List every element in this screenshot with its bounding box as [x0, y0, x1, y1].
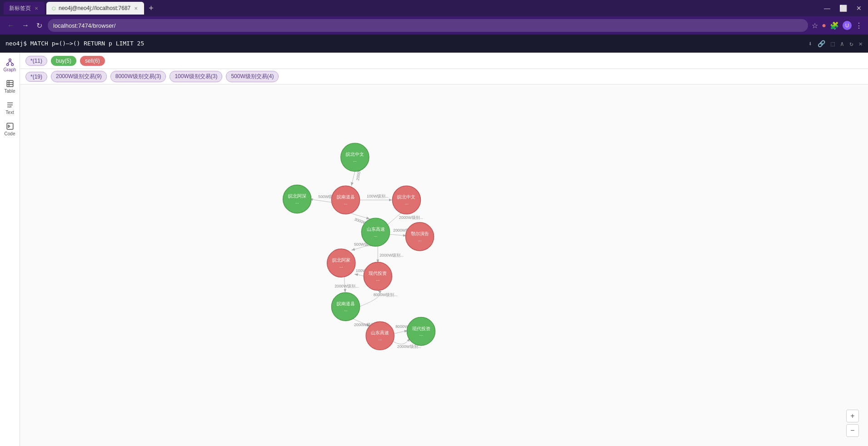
edge-n10-n11a	[394, 331, 408, 334]
sidebar-item-text[interactable]: A Text	[0, 97, 20, 119]
minimize-button[interactable]: —	[821, 4, 833, 13]
collapse-icon[interactable]: ∧	[840, 40, 844, 47]
tag-all-relations[interactable]: *(19)	[25, 72, 47, 82]
zoom-out-button[interactable]: −	[846, 424, 859, 437]
edge-label-n9-n8: 8000W级别...	[374, 292, 398, 297]
edge-label-n2-n4: 100W级别...	[367, 194, 389, 198]
bookmark-icon[interactable]: ☆	[812, 21, 818, 30]
table-icon	[6, 79, 14, 88]
sidebar-code-label: Code	[5, 131, 15, 136]
edge-label-n5-n4: 2000W级别...	[399, 215, 423, 220]
node-label-n6: 鄂尔演告	[411, 231, 429, 236]
node-sublabel-n11: ...	[419, 332, 423, 337]
text-icon: A	[6, 101, 14, 109]
node-sublabel-n5: ...	[374, 233, 377, 238]
main-content: Graph Table A Text	[0, 53, 868, 446]
tab-close-icon[interactable]: ✕	[34, 5, 39, 12]
expand-icon[interactable]: ⬚	[831, 40, 834, 47]
sidebar-item-table[interactable]: Table	[0, 76, 20, 97]
query-text: neo4j$ MATCH p=()—>() RETURN p LIMIT 25	[5, 40, 808, 47]
address-input[interactable]	[48, 19, 808, 32]
tag-sell[interactable]: sell(6)	[80, 56, 105, 66]
node-label-n7: 皖北阿家	[332, 258, 350, 263]
svg-point-1	[6, 64, 9, 66]
edge-n1-n2	[351, 171, 355, 186]
node-sublabel-n7: ...	[339, 263, 343, 268]
tab-new-tab[interactable]: 新标签页 ✕	[4, 2, 45, 15]
svg-rect-5	[7, 80, 13, 87]
close-button[interactable]: ✕	[853, 4, 864, 13]
svg-text:A: A	[10, 105, 12, 108]
node-sublabel-n1: ...	[353, 158, 357, 163]
tag-8000w[interactable]: 8000W级别交易(3)	[110, 71, 166, 82]
node-label-n1: 皖北中文	[346, 152, 364, 157]
tab-bar: 新标签页 ✕ ⬡ neo4j@neo4j;//localhost:7687 ✕ …	[0, 0, 868, 16]
profile-icon[interactable]: U	[843, 21, 852, 30]
new-tab-button[interactable]: +	[146, 4, 156, 13]
forward-button[interactable]: →	[20, 20, 31, 31]
edge-label-n7-n9: 2000W级别...	[334, 284, 359, 288]
graph-svg: 2000W级别... 500W级别... 100W级别... 3000W级别..…	[20, 84, 868, 446]
tab-label: neo4j@neo4j;//localhost:7687	[59, 5, 130, 11]
sidebar: Graph Table A Text	[0, 53, 20, 446]
extensions-icon[interactable]: 🧩	[830, 21, 839, 30]
sidebar-item-code[interactable]: Code	[0, 119, 20, 140]
neo4j-browser: neo4j$ MATCH p=()—>() RETURN p LIMIT 25 …	[0, 35, 868, 446]
node-label-n11: 现代投资	[412, 326, 430, 331]
node-sublabel-n3: ...	[295, 199, 299, 204]
menu-icon[interactable]: ⋮	[855, 21, 863, 30]
address-bar: ← → ↻ ☆ ● 🧩 U ⋮	[0, 16, 868, 35]
tag-all[interactable]: *(11)	[25, 56, 47, 66]
back-button[interactable]: ←	[5, 20, 16, 31]
node-label-n8: 现代投资	[369, 271, 387, 276]
node-label-n9: 皖南道县	[337, 301, 355, 306]
tab-neo4j[interactable]: ⬡ neo4j@neo4j;//localhost:7687 ✕	[46, 2, 144, 15]
graph-area: *(11) buy(5) sell(6) *(19) 2000W级别交易(9) …	[20, 53, 868, 446]
node-sublabel-n4: ...	[404, 200, 408, 205]
node-label-n5: 山东高速	[367, 227, 385, 232]
query-icons: ⬇ 🔗 ⬚ ∧ ↻ ✕	[808, 40, 863, 47]
tag-2000w[interactable]: 2000W级别交易(9)	[51, 71, 107, 82]
sidebar-table-label: Table	[5, 89, 15, 94]
maximize-button[interactable]: ⬜	[837, 4, 850, 13]
node-label-n2: 皖南道县	[337, 194, 355, 199]
tag-500w[interactable]: 500W级别交易(4)	[226, 71, 279, 82]
svg-point-2	[11, 64, 14, 66]
close-result-icon[interactable]: ✕	[859, 40, 863, 47]
filter-bar-row1: *(11) buy(5) sell(6)	[20, 53, 868, 69]
node-sublabel-n2: ...	[344, 200, 347, 205]
tab-close-neo4j-icon[interactable]: ✕	[133, 5, 139, 12]
refresh-query-icon[interactable]: ↻	[849, 40, 853, 47]
node-label-n4: 皖北中文	[397, 194, 415, 199]
edge-n2-n5	[350, 213, 370, 219]
node-label-n10: 山东高速	[371, 330, 389, 335]
download-icon[interactable]: ⬇	[808, 40, 812, 47]
sidebar-graph-label: Graph	[4, 67, 16, 72]
link-icon[interactable]: 🔗	[818, 40, 825, 47]
sidebar-text-label: Text	[5, 110, 14, 115]
zoom-in-button[interactable]: +	[846, 410, 859, 422]
edge-n5-n6	[390, 234, 407, 236]
graph-canvas: 2000W级别... 500W级别... 100W级别... 3000W级别..…	[20, 84, 868, 446]
tag-buy[interactable]: buy(5)	[51, 56, 76, 66]
filter-bar-row2: *(19) 2000W级别交易(9) 8000W级别交易(3) 100W级别交易…	[20, 69, 868, 84]
svg-line-4	[10, 61, 12, 64]
code-icon	[6, 122, 14, 130]
query-bar: neo4j$ MATCH p=()—>() RETURN p LIMIT 25 …	[0, 35, 868, 53]
node-sublabel-n8: ...	[376, 277, 379, 282]
node-sublabel-n9: ...	[344, 307, 347, 312]
node-sublabel-n6: ...	[418, 237, 422, 242]
edge-label-n5-n8: 2000W级别...	[379, 253, 404, 258]
sidebar-item-graph[interactable]: Graph	[0, 55, 20, 76]
zoom-controls: + −	[846, 410, 859, 437]
window-controls: — ⬜ ✕	[821, 4, 864, 13]
svg-point-0	[9, 59, 11, 61]
node-label-n3: 皖北阿深	[288, 193, 306, 198]
tab-favicon: ⬡	[52, 6, 56, 11]
graph-icon	[6, 58, 14, 66]
refresh-button[interactable]: ↻	[35, 20, 44, 32]
browser-toolbar: ☆ ● 🧩 U ⋮	[812, 21, 863, 30]
tag-100w[interactable]: 100W级别交易(3)	[170, 71, 222, 82]
svg-line-3	[7, 61, 10, 64]
account-icon[interactable]: ●	[822, 21, 826, 30]
